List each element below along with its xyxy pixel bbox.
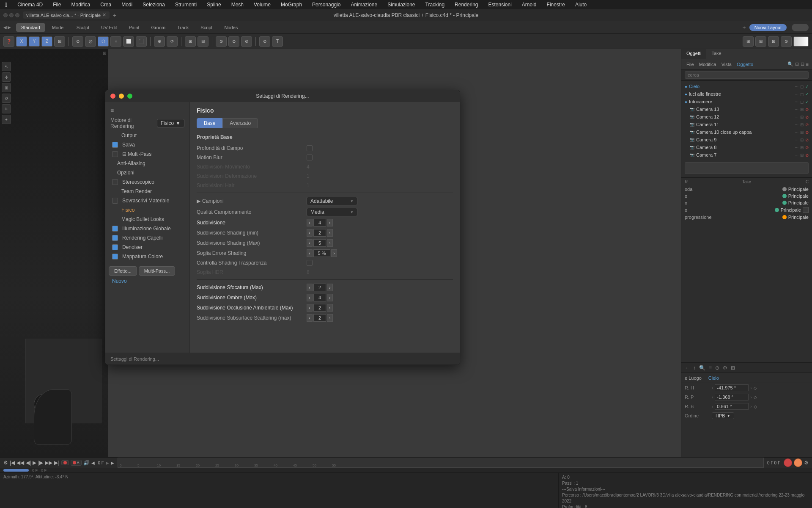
toolbar-edge-mode[interactable]: ⬜ <box>123 36 134 47</box>
tab-uv-edit[interactable]: UV Edit <box>96 23 122 32</box>
cam9-vis[interactable]: ⊞ <box>800 138 804 142</box>
toolbar-render-btn-4[interactable]: ⊙ <box>781 36 792 47</box>
menu-crea[interactable]: Crea <box>99 2 113 8</box>
tab-take[interactable]: Take <box>706 49 726 59</box>
vp-tool-move[interactable]: ✛ <box>2 72 11 82</box>
tab-oggetti[interactable]: Oggetti <box>681 49 706 59</box>
menu-modi[interactable]: Modi <box>120 2 134 8</box>
cam8-vis[interactable]: ⊞ <box>800 145 804 150</box>
toolbar-render-btn-2[interactable]: ⊞ <box>755 36 766 47</box>
transport-settings-icon[interactable]: ⚙ <box>3 460 8 466</box>
menu-animazione[interactable]: Animazione <box>349 2 379 8</box>
obj-toolbar-file[interactable]: File <box>685 62 696 67</box>
tab-script[interactable]: Script <box>195 23 217 32</box>
shading-max-increase[interactable]: › <box>327 239 333 247</box>
transport-step-back-icon[interactable]: ◀| <box>26 460 31 466</box>
nav-back-icon[interactable]: ← <box>685 365 690 371</box>
toggle-switch[interactable] <box>792 24 809 31</box>
tab-sculpt[interactable]: Sculpt <box>71 23 95 32</box>
effetto-btn[interactable]: Effetto... <box>109 266 137 276</box>
sidebar-item-multipass[interactable]: ⊟ Multi-Pass <box>105 149 189 159</box>
list-item-cam12[interactable]: 📷 Camera 12 ··· ⊞ ⊘ <box>681 113 812 121</box>
obj-toolbar-modifica[interactable]: Modifica <box>697 62 718 67</box>
menu-finestre[interactable]: Finestre <box>545 2 567 8</box>
sidebar-item-denoiser[interactable]: Denoiser <box>105 243 189 252</box>
toolbar-camera[interactable]: ◎ <box>85 36 96 47</box>
sidebar-item-sovrascrivi[interactable]: Sovrascrivi Materiale <box>105 196 189 205</box>
campioni-dropdown[interactable]: Adattabile ▼ <box>307 197 357 205</box>
dialog-min-btn[interactable] <box>119 94 124 99</box>
rb-increase-icon[interactable]: › <box>750 404 752 409</box>
tab-avanzato[interactable]: Avanzato <box>222 118 258 128</box>
list-item-cam7[interactable]: 📷 Camera 7 ··· ⊞ ⊘ <box>681 151 812 159</box>
list-item-cam8[interactable]: 📷 Camera 8 ··· ⊞ ⊘ <box>681 144 812 151</box>
sidebar-item-salva[interactable]: Salva <box>105 140 189 149</box>
toolbar-z-axis[interactable]: Z <box>41 36 52 47</box>
render-red-btn[interactable] <box>784 458 792 467</box>
nav-filter-icon[interactable]: ≡ <box>709 365 712 371</box>
obj-toolbar-vista[interactable]: Vista <box>720 62 733 67</box>
next-mark-icon[interactable]: ▶ <box>111 461 114 465</box>
list-item-fotocamere[interactable]: ● fotocamere ··· ◻ ✓ <box>681 98 812 105</box>
menu-aiuto[interactable]: Aiuto <box>573 2 588 8</box>
subsurface-increase[interactable]: › <box>327 314 333 322</box>
record-auto-btn[interactable]: A <box>71 460 82 466</box>
cam13-vis[interactable]: ⊞ <box>800 107 804 112</box>
tab-groom[interactable]: Groom <box>146 23 171 32</box>
multipass-btn[interactable]: Multi-Pass... <box>139 266 176 276</box>
soglia-errore-decrease[interactable]: ‹ <box>307 249 313 257</box>
toolbar-move[interactable]: ⊕ <box>154 36 165 47</box>
menu-estensioni[interactable]: Estensioni <box>486 2 513 8</box>
menu-mograph[interactable]: MoGraph <box>279 2 304 8</box>
list-item-cam13[interactable]: 📷 Camera 13 ··· ⊞ ⊘ <box>681 105 812 113</box>
vp-tool-select[interactable]: ↖ <box>2 62 11 71</box>
dialog-max-btn[interactable] <box>127 94 132 99</box>
list-item-luci[interactable]: ● luci alle finestre ··· ◻ ✓ <box>681 90 812 98</box>
tab-standard[interactable]: Standard <box>16 23 45 32</box>
cam11-block[interactable]: ⊘ <box>805 122 809 127</box>
toolbar-grid-1[interactable]: ⊞ <box>185 36 196 47</box>
prev-mark-icon[interactable]: ◀ <box>91 461 95 465</box>
sfocatura-increase[interactable]: › <box>327 284 333 291</box>
sidebar-item-opzioni[interactable]: Opzioni <box>105 168 189 177</box>
rh-input[interactable] <box>715 384 749 391</box>
tab-close-icon[interactable]: ✕ <box>102 12 106 18</box>
checkbox-controlla[interactable] <box>307 260 313 266</box>
checkbox-profondita[interactable] <box>307 145 313 151</box>
menu-seleziona[interactable]: Seleziona <box>141 2 167 8</box>
toolbar-grid-2[interactable]: ⊟ <box>198 36 208 47</box>
occlusione-decrease[interactable]: ‹ <box>307 304 313 312</box>
dialog-close-btn[interactable] <box>110 94 115 99</box>
nuovo-btn[interactable]: Nuovo <box>109 276 130 286</box>
timeline-ruler[interactable]: 0 5 10 15 20 25 30 35 40 45 50 55 <box>118 458 764 468</box>
sidebar-item-fisico[interactable]: Fisico <box>105 205 189 215</box>
obj-toolbar-oggetto[interactable]: Oggetto <box>735 62 755 67</box>
ombre-decrease[interactable]: ‹ <box>307 294 313 301</box>
occlusione-increase[interactable]: › <box>327 304 333 312</box>
menu-cinema4d[interactable]: Cinema 4D <box>16 2 44 8</box>
rb-input[interactable] <box>715 403 749 410</box>
toolbar-lock[interactable]: ⊙ <box>216 36 227 47</box>
rh-decrease-icon[interactable]: ‹ <box>712 386 713 390</box>
new-tab-btn[interactable]: + <box>113 12 116 19</box>
cam12-vis[interactable]: ⊞ <box>800 115 804 119</box>
rb-decrease-icon[interactable]: ‹ <box>712 404 713 409</box>
list-item-cam10[interactable]: 📷 Camera 10 close up cappa ··· ⊞ ⊘ <box>681 128 812 136</box>
cam10-vis[interactable]: ⊞ <box>800 130 804 135</box>
engine-dropdown[interactable]: Fisico ▼ <box>157 119 184 127</box>
toolbar-y-axis[interactable]: Y <box>29 36 40 47</box>
toolbar-obj-mode[interactable]: ⬡ <box>98 36 109 47</box>
menu-rendering[interactable]: Rendering <box>453 2 480 8</box>
menu-file[interactable]: File <box>51 2 63 8</box>
tab-model[interactable]: Model <box>47 23 70 32</box>
soglia-errore-increase[interactable]: › <box>331 249 337 257</box>
nav-refresh-icon[interactable]: ⊙ <box>715 365 719 371</box>
qualita-dropdown[interactable]: Media ▼ <box>307 208 357 216</box>
cam9-block[interactable]: ⊘ <box>805 138 809 142</box>
tab-base[interactable]: Base <box>197 118 222 128</box>
menu-personaggio[interactable]: Personaggio <box>310 2 342 8</box>
sidebar-item-stereoscopico[interactable]: Stereoscopico <box>105 177 189 187</box>
nav-expand-icon[interactable]: ⊞ <box>731 365 735 371</box>
cam7-vis[interactable]: ⊞ <box>800 153 804 157</box>
ordine-dropdown[interactable]: HPB ▼ <box>712 412 734 419</box>
